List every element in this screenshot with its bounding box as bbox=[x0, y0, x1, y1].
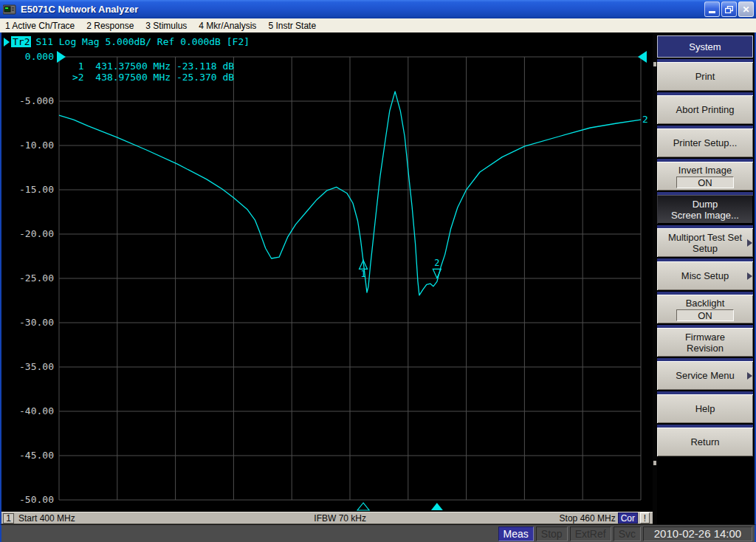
trace-number-label: 2 bbox=[642, 114, 648, 125]
softkey-printer-setup[interactable]: Printer Setup... bbox=[657, 126, 753, 157]
submenu-arrow-icon bbox=[747, 372, 752, 380]
menu-item-5-instr-state[interactable]: 5 Instr State bbox=[267, 21, 322, 31]
softkey-label: Service Menu bbox=[676, 370, 734, 381]
softkey-multiport-test-set-setup[interactable]: Multiport Test Set Setup bbox=[657, 225, 753, 257]
alert-badge: ! bbox=[640, 512, 650, 524]
channel-status-bar: 1 Start 400 MHz IFBW 70 kHz Stop 460 MHz… bbox=[1, 512, 653, 524]
status-indicator-stop: Stop bbox=[536, 526, 568, 541]
minimize-icon bbox=[709, 11, 715, 13]
softkey-misc-setup[interactable]: Misc Setup bbox=[657, 258, 753, 290]
softkey-help[interactable]: Help bbox=[657, 391, 753, 423]
marker-readout: 1 431.37500 MHz -23.118 dB>2 438.97500 M… bbox=[72, 61, 234, 83]
start-frequency-label: Start 400 MHz bbox=[18, 513, 75, 524]
marker-readout-line: 1 431.37500 MHz -23.118 dB bbox=[72, 61, 234, 72]
y-axis-tick-label: -20.00 bbox=[19, 228, 54, 239]
softkey-invert-image[interactable]: Invert ImageON bbox=[657, 159, 753, 191]
close-icon: ✕ bbox=[742, 5, 749, 14]
submenu-arrow-icon bbox=[747, 272, 752, 280]
trace-chip[interactable]: Tr2 bbox=[11, 36, 31, 47]
datetime-display: 2010-02-26 14:00 bbox=[643, 526, 752, 541]
softkey-label: Firmware Revision bbox=[685, 332, 725, 354]
correction-status-badge: Cor bbox=[618, 512, 638, 524]
softkey-label: Multiport Test Set Setup bbox=[668, 232, 742, 254]
softkey-label: Help bbox=[695, 403, 715, 414]
main-area: 0.000-5.000-10.00-15.00-20.00-25.00-30.0… bbox=[0, 32, 756, 524]
softkey-firmware-revision[interactable]: Firmware Revision bbox=[657, 325, 753, 357]
softkey-abort-printing[interactable]: Abort Printing bbox=[657, 92, 753, 124]
restore-icon bbox=[725, 6, 733, 13]
softkey-label: Printer Setup... bbox=[673, 137, 738, 148]
y-axis-tick-label: -15.00 bbox=[19, 184, 54, 195]
marker-1-stimulus-indicator-icon[interactable] bbox=[357, 503, 369, 510]
y-axis-tick-label: -10.00 bbox=[19, 140, 54, 151]
softkey-label: Abort Printing bbox=[676, 104, 735, 115]
restore-button[interactable] bbox=[721, 1, 737, 17]
y-axis-tick-label: -35.00 bbox=[19, 361, 54, 372]
menu-item-1-active-ch-trace[interactable]: 1 Active Ch/Trace bbox=[4, 21, 80, 31]
menu-item-3-stimulus[interactable]: 3 Stimulus bbox=[144, 21, 193, 31]
app-icon bbox=[3, 4, 18, 16]
softkey-system[interactable]: System bbox=[657, 35, 753, 58]
softkey-label: Backlight bbox=[686, 298, 725, 309]
toggle-state-field: ON bbox=[676, 176, 734, 188]
marker-1-number: 1 bbox=[360, 269, 365, 279]
trace-settings-text: S11 Log Mag 5.000dB/ Ref 0.000dB [F2] bbox=[35, 36, 250, 47]
status-indicator-extref: ExtRef bbox=[570, 526, 611, 541]
ref-level-marker-left-icon[interactable] bbox=[57, 51, 66, 63]
instrument-screen: 0.000-5.000-10.00-15.00-20.00-25.00-30.0… bbox=[1, 32, 653, 524]
y-axis-tick-label: 0.000 bbox=[25, 51, 54, 62]
y-axis-tick-label: -40.00 bbox=[19, 405, 54, 416]
scroll-thumb-bottom[interactable] bbox=[653, 461, 656, 465]
marker-readout-line: >2 438.97500 MHz -25.370 dB bbox=[72, 72, 234, 83]
softkey-return[interactable]: Return bbox=[657, 425, 753, 456]
status-indicator-meas: Meas bbox=[498, 526, 534, 541]
status-task-bar: MeasStopExtRefSvc2010-02-26 14:00 bbox=[0, 524, 756, 542]
softkey-print[interactable]: Print bbox=[657, 59, 753, 91]
marker-2-stimulus-indicator-icon[interactable] bbox=[431, 503, 443, 510]
y-axis-tick-label: -30.00 bbox=[19, 317, 54, 328]
window-title: E5071C Network Analyzer bbox=[21, 4, 704, 15]
softkey-dump-screen-image[interactable]: Dump Screen Image... bbox=[657, 192, 753, 224]
app-window: E5071C Network Analyzer ✕ 1 Active Ch/Tr… bbox=[0, 0, 756, 542]
title-bar: E5071C Network Analyzer ✕ bbox=[0, 0, 756, 18]
menu-item-2-response[interactable]: 2 Response bbox=[85, 21, 140, 31]
ifbw-label: IFBW 70 kHz bbox=[314, 513, 366, 524]
plot-area: 0.000-5.000-10.00-15.00-20.00-25.00-30.0… bbox=[1, 32, 653, 512]
stop-frequency-label: Stop 460 MHz bbox=[560, 513, 616, 524]
softkey-label: Dump Screen Image... bbox=[671, 199, 739, 221]
toggle-state-field: ON bbox=[676, 309, 734, 321]
active-trace-arrow-icon bbox=[4, 38, 10, 47]
softkey-label: Return bbox=[690, 436, 719, 447]
y-axis-tick-label: -5.000 bbox=[19, 95, 54, 106]
marker-2-number: 2 bbox=[434, 258, 439, 268]
y-axis-tick-label: -45.00 bbox=[19, 450, 54, 461]
minimize-button[interactable] bbox=[704, 1, 720, 17]
softkey-label: Print bbox=[695, 71, 715, 82]
channel-number-badge: 1 bbox=[3, 513, 14, 524]
scroll-thumb-top[interactable] bbox=[653, 62, 656, 66]
menu-bar: 1 Active Ch/Trace2 Response3 Stimulus4 M… bbox=[0, 18, 756, 32]
softkey-backlight[interactable]: BacklightON bbox=[657, 292, 753, 323]
submenu-arrow-icon bbox=[747, 239, 752, 247]
menu-item-4-mkr-analysis[interactable]: 4 Mkr/Analysis bbox=[197, 21, 262, 31]
trace-status-line: Tr2 S11 Log Mag 5.000dB/ Ref 0.000dB [F2… bbox=[4, 36, 250, 47]
softkey-service-menu[interactable]: Service Menu bbox=[657, 358, 753, 390]
y-axis-tick-label: -25.00 bbox=[19, 272, 54, 284]
y-axis-tick-label: -50.00 bbox=[19, 494, 54, 505]
softkey-sidebar: SystemPrintAbort PrintingPrinter Setup..… bbox=[653, 32, 755, 524]
status-indicator-svc: Svc bbox=[614, 526, 641, 541]
close-button[interactable]: ✕ bbox=[738, 1, 754, 17]
softkey-label: Invert Image bbox=[678, 165, 732, 176]
softkey-label: Misc Setup bbox=[681, 270, 729, 281]
softkey-label: System bbox=[689, 41, 721, 52]
ref-level-marker-right-icon[interactable] bbox=[638, 51, 647, 63]
